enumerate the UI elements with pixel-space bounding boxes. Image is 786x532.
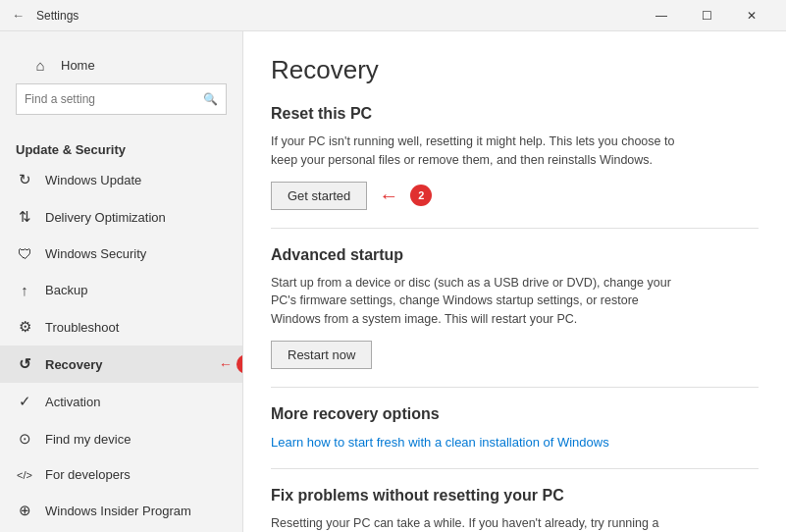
advanced-section: Advanced startup Start up from a device …: [271, 246, 759, 369]
sidebar-item-label: Windows Security: [45, 246, 146, 261]
sidebar-item-recovery[interactable]: ↺ Recovery ← 1: [0, 346, 242, 383]
more-options-section: More recovery options Learn how to start…: [271, 405, 759, 451]
activation-icon: ✓: [16, 393, 33, 410]
backup-icon: ↑: [16, 282, 33, 298]
get-started-button[interactable]: Get started: [271, 182, 367, 210]
sidebar-item-label: Recovery: [45, 357, 103, 372]
sidebar-item-windows-insider[interactable]: ⊕ Windows Insider Program: [0, 492, 242, 529]
sidebar: ⌂ Home 🔍 Update & Security ↻ Windows Upd…: [0, 31, 243, 532]
sidebar-item-label: Troubleshoot: [45, 320, 119, 335]
home-label: Home: [61, 58, 95, 73]
reset-section: Reset this PC If your PC isn't running w…: [271, 105, 759, 210]
sidebar-item-label: For developers: [45, 467, 131, 482]
more-options-title: More recovery options: [271, 405, 759, 423]
sidebar-header: ⌂ Home 🔍: [0, 31, 242, 134]
sidebar-item-delivery-optimization[interactable]: ⇅ Delivery Optimization: [0, 198, 242, 236]
fix-title: Fix problems without resetting your PC: [271, 487, 759, 505]
developers-icon: </>: [16, 469, 33, 481]
sidebar-item-home[interactable]: ⌂ Home: [16, 47, 227, 83]
recovery-icon: ↺: [16, 355, 33, 373]
window-controls: — ☐ ✕: [639, 0, 774, 31]
sidebar-item-label: Delivery Optimization: [45, 210, 166, 225]
advanced-description: Start up from a device or disc (such as …: [271, 274, 683, 329]
advanced-title: Advanced startup: [271, 246, 759, 264]
troubleshoot-icon: ⚙: [16, 318, 33, 336]
sidebar-item-label: Windows Insider Program: [45, 504, 191, 518]
titlebar: ← Settings — ☐ ✕: [0, 0, 786, 31]
sidebar-item-activation[interactable]: ✓ Activation: [0, 383, 242, 420]
sidebar-item-find-my-device[interactable]: ⊙ Find my device: [0, 420, 242, 457]
app-body: ⌂ Home 🔍 Update & Security ↻ Windows Upd…: [0, 31, 786, 532]
insider-icon: ⊕: [16, 502, 33, 519]
minimize-button[interactable]: —: [639, 0, 684, 31]
fix-description: Resetting your PC can take a while. If y…: [271, 514, 683, 532]
sidebar-item-label: Windows Update: [45, 173, 141, 187]
home-icon: ⌂: [31, 57, 49, 74]
sidebar-item-troubleshoot[interactable]: ⚙ Troubleshoot: [0, 308, 242, 346]
maximize-button[interactable]: ☐: [684, 0, 729, 31]
sidebar-item-label: Backup: [45, 283, 87, 297]
annotation-2: 2: [410, 185, 432, 206]
divider-1: [271, 228, 759, 229]
reset-title: Reset this PC: [271, 105, 759, 123]
search-box[interactable]: 🔍: [16, 83, 227, 115]
annotation-1: 1: [236, 354, 243, 374]
app-title: Settings: [36, 9, 639, 23]
divider-2: [271, 387, 759, 388]
fix-section: Fix problems without resetting your PC R…: [271, 487, 759, 532]
find-device-icon: ⊙: [16, 430, 33, 448]
windows-update-icon: ↻: [16, 171, 33, 188]
sidebar-item-label: Activation: [45, 395, 100, 409]
page-title: Recovery: [271, 55, 759, 85]
get-started-row: Get started ← 2: [271, 182, 759, 210]
sidebar-item-windows-security[interactable]: 🛡 Windows Security: [0, 236, 242, 272]
sidebar-item-label: Find my device: [45, 432, 131, 447]
shield-icon: 🛡: [16, 245, 33, 262]
sidebar-item-backup[interactable]: ↑ Backup: [0, 272, 242, 308]
divider-3: [271, 468, 759, 469]
arrow-right-icon: ←: [379, 185, 398, 207]
section-label: Update & Security: [0, 134, 242, 161]
clean-install-link[interactable]: Learn how to start fresh with a clean in…: [271, 435, 609, 450]
search-icon: 🔍: [203, 92, 218, 106]
back-button[interactable]: ←: [12, 8, 25, 23]
delivery-icon: ⇅: [16, 208, 33, 226]
main-content: Recovery Reset this PC If your PC isn't …: [243, 31, 786, 532]
close-button[interactable]: ✕: [729, 0, 774, 31]
sidebar-item-windows-update[interactable]: ↻ Windows Update: [0, 161, 242, 198]
reset-description: If your PC isn't running well, resetting…: [271, 133, 683, 170]
sidebar-item-for-developers[interactable]: </> For developers: [0, 457, 242, 492]
search-input[interactable]: [25, 92, 203, 106]
restart-now-button[interactable]: Restart now: [271, 341, 372, 369]
